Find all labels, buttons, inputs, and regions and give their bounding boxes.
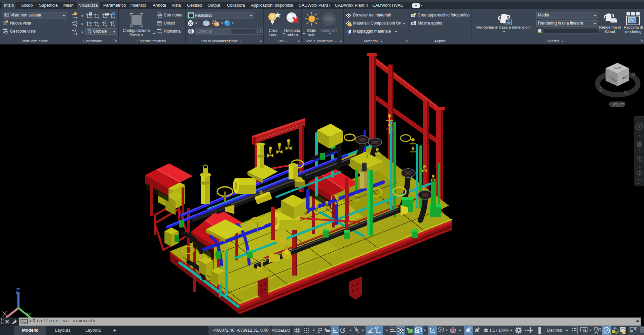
svg-text:WCS: WCS — [613, 102, 621, 106]
svg-text:N: N — [624, 90, 628, 95]
svg-text:Z: Z — [104, 20, 107, 25]
svg-text:O: O — [632, 72, 635, 77]
svg-text:x: x — [76, 20, 78, 23]
svg-text:E: E — [599, 86, 602, 92]
svg-text:ALTO: ALTO — [614, 66, 621, 69]
svg-text:3: 3 — [112, 20, 114, 25]
